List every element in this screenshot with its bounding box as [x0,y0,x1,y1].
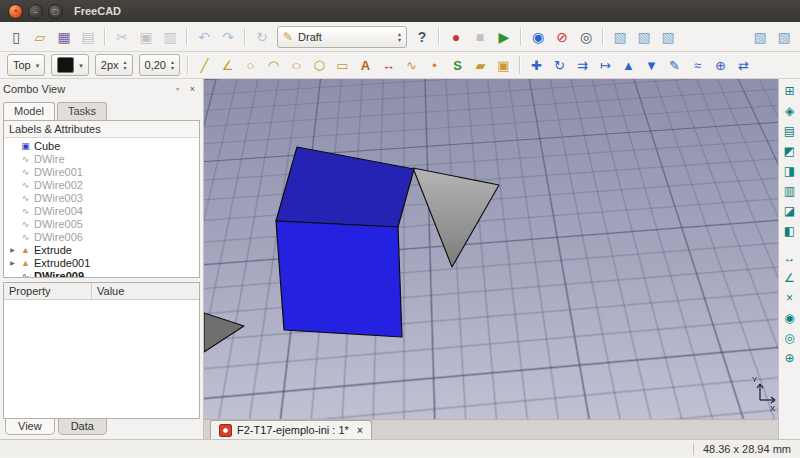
tab-model[interactable]: Model [3,102,55,120]
draft-trimex-icon[interactable]: ↦ [595,55,616,75]
measure-snap-icon[interactable]: ⊕ [781,349,799,367]
bounding-box-icon[interactable]: ▧ [749,26,771,48]
draft-line-icon[interactable]: ╱ [194,55,215,75]
measure-distance-icon[interactable]: ↔ [781,249,799,267]
draft-move-icon[interactable]: ✚ [526,55,547,75]
line-width-selector[interactable]: 2px ▴ ▾ [95,54,133,76]
tab-view[interactable]: View [5,419,55,435]
draft-circle-icon[interactable]: ○ [240,55,261,75]
draft-polygon-icon[interactable]: ⬡ [309,55,330,75]
draft-wire-to-bspline-icon[interactable]: ≈ [687,55,708,75]
scale-spinbox[interactable]: 0,20 ▴ ▾ [139,54,180,76]
line-width-spinner[interactable]: ▴ ▾ [124,59,127,71]
macro-stop-icon[interactable]: ■ [469,26,491,48]
draft-clone-icon[interactable]: ▣ [493,55,514,75]
measure-angle-icon[interactable]: ∠ [781,269,799,287]
view-top-icon[interactable]: ◩ [781,142,799,160]
view-isometric-icon[interactable]: ◈ [781,102,799,120]
tree-item-dwire006[interactable]: ∿ DWire006 [4,230,199,243]
open-file-icon[interactable]: ▱ [29,26,51,48]
bounding-box-icon[interactable]: ▧ [657,26,679,48]
window-maximize-button[interactable]: ▢ [48,4,63,19]
measure-toggle-all-icon[interactable]: ◎ [781,329,799,347]
panel-close-button[interactable]: × [185,83,200,96]
tab-tasks[interactable]: Tasks [57,102,107,120]
tree-item-dwire001[interactable]: ∿ DWire001 [4,165,199,178]
view-left-icon[interactable]: ◧ [781,222,799,240]
macro-play-icon[interactable]: ▶ [493,26,515,48]
cube-front-face[interactable] [276,221,402,337]
clipped-triangle-object[interactable] [204,313,244,352]
scene-inspector-icon[interactable]: ◎ [575,26,597,48]
panel-float-button[interactable]: ▫ [170,83,185,96]
clipping-plane-icon[interactable]: ⊘ [551,26,573,48]
measure-clear-icon[interactable]: × [781,289,799,307]
gray-triangle-object[interactable] [413,168,499,267]
tree-item-dwire009[interactable]: ∿ DWire009 [4,269,199,277]
tree-item-extrude001[interactable]: ▶ ▲ Extrude001 [4,256,199,269]
refresh-icon[interactable]: ↻ [251,26,273,48]
copy-icon[interactable]: ▣ [135,26,157,48]
draft-edit-icon[interactable]: ✎ [664,55,685,75]
draft-downgrade-icon[interactable]: ▼ [641,55,662,75]
scale-spinner[interactable]: ▴ ▾ [171,59,174,71]
draft-rotate-icon[interactable]: ↻ [549,55,570,75]
tree-item-dwire002[interactable]: ∿ DWire002 [4,178,199,191]
draft-point-icon[interactable]: • [424,55,445,75]
cube-top-face[interactable] [276,147,414,227]
view-fit-all-icon[interactable]: ⊞ [781,82,799,100]
tree-item-dwire005[interactable]: ∿ DWire005 [4,217,199,230]
document-tab-close-icon[interactable]: × [357,425,363,436]
tree-item-dwire[interactable]: ∿ DWire [4,152,199,165]
property-body[interactable] [4,300,199,418]
view-right-icon[interactable]: ◨ [781,162,799,180]
bounding-box-icon[interactable]: ▧ [773,26,795,48]
window-close-button[interactable]: × [8,4,23,19]
new-document-icon[interactable]: ▯ [5,26,27,48]
3d-viewport[interactable]: Y X [204,79,778,419]
window-minimize-button[interactable]: – [28,4,43,19]
draft-shapestring-icon[interactable]: S [447,55,468,75]
draft-add-point-icon[interactable]: ⊕ [710,55,731,75]
whats-this-icon[interactable]: ? [411,26,433,48]
draft-facebinder-icon[interactable]: ▰ [470,55,491,75]
view-front-icon[interactable]: ▤ [781,122,799,140]
cut-icon[interactable]: ✂ [111,26,133,48]
expander-icon[interactable]: ▶ [8,259,17,266]
tree-item-dwire004[interactable]: ∿ DWire004 [4,204,199,217]
draft-bspline-icon[interactable]: ∿ [401,55,422,75]
view-bottom-icon[interactable]: ◪ [781,202,799,220]
print-icon[interactable]: ▤ [77,26,99,48]
workbench-dropdown-arrows[interactable]: ▴ ▾ [398,31,401,43]
measure-toggle-icon[interactable]: ◉ [781,309,799,327]
tree-item-label: DWire009 [34,270,84,278]
expander-icon[interactable]: ▶ [8,246,17,253]
draft-text-icon[interactable]: A [355,55,376,75]
macro-record-icon[interactable]: ● [445,26,467,48]
tree-item-cube[interactable]: ▣ Cube [4,139,199,152]
tree-list[interactable]: ▣ Cube ∿ DWire ∿ DWire001 ∿ DWire002 [4,138,199,277]
draft-ellipse-icon[interactable]: ○ [282,55,311,75]
line-color-picker[interactable]: ▾ [51,54,89,76]
view-rear-icon[interactable]: ▥ [781,182,799,200]
draft-polyline-icon[interactable]: ∠ [217,55,238,75]
scene-overlay[interactable]: Y X [204,79,778,419]
tab-data[interactable]: Data [58,419,107,435]
bounding-box-icon[interactable]: ▧ [633,26,655,48]
workbench-selector[interactable]: ✎ Draft ▴ ▾ [277,26,407,48]
paste-icon[interactable]: ▥ [159,26,181,48]
undo-icon[interactable]: ↶ [193,26,215,48]
draft-dimension-icon[interactable]: ↔ [378,55,399,75]
document-tab[interactable]: F2-T17-ejemplo-ini : 1* × [210,420,372,439]
draft-mirror-icon[interactable]: ⇄ [733,55,754,75]
draft-upgrade-icon[interactable]: ▲ [618,55,639,75]
bounding-box-icon[interactable]: ▧ [609,26,631,48]
draft-offset-icon[interactable]: ⇉ [572,55,593,75]
tree-item-extrude[interactable]: ▶ ▲ Extrude [4,243,199,256]
tree-item-dwire003[interactable]: ∿ DWire003 [4,191,199,204]
save-icon[interactable]: ▦ [53,26,75,48]
draft-rectangle-icon[interactable]: ▭ [332,55,353,75]
working-plane-button[interactable]: Top ▾ [7,54,45,76]
redo-icon[interactable]: ↷ [217,26,239,48]
zoom-search-icon[interactable]: ◉ [527,26,549,48]
